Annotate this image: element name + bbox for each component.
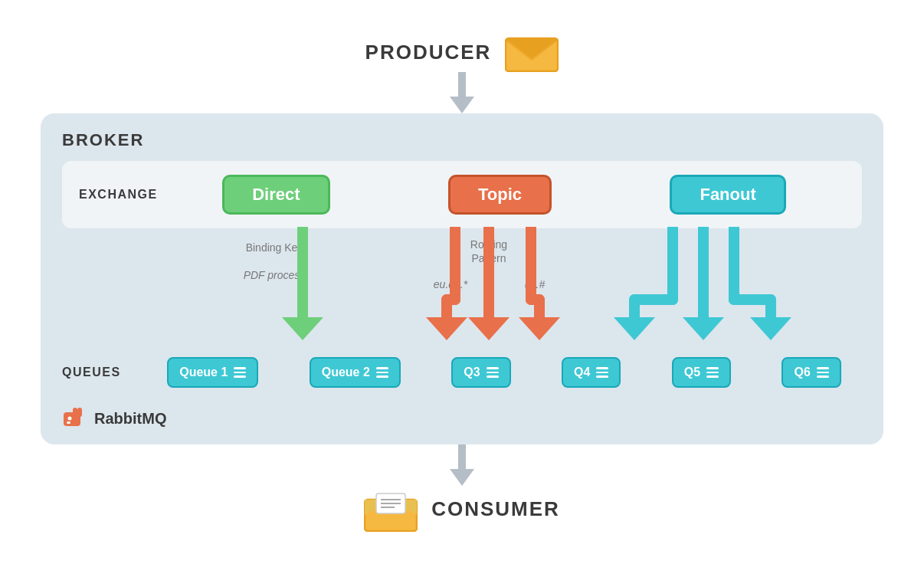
queue-5-label: Q5 — [684, 366, 700, 379]
producer-envelope-icon — [505, 32, 559, 72]
queue-6-label: Q6 — [794, 366, 810, 379]
queue-6-lines-icon — [817, 367, 829, 378]
svg-rect-35 — [67, 421, 70, 424]
queues-section-label: QUEUES — [62, 366, 146, 379]
broker-box: BROKER EXCHANGE Direct Topic Fanout Bind… — [41, 113, 883, 444]
consumer-section: CONSUMER — [364, 486, 560, 532]
svg-marker-14 — [426, 317, 467, 340]
broker-label: BROKER — [62, 130, 862, 150]
exchange-row: EXCHANGE Direct Topic Fanout — [62, 161, 862, 228]
queue-4-label: Q4 — [574, 366, 590, 379]
queue-1-button[interactable]: Queue 1 — [167, 357, 258, 388]
queue-4-button[interactable]: Q4 — [562, 357, 621, 388]
queue-3-label: Q3 — [464, 366, 480, 379]
queue-2-label: Queue 2 — [322, 366, 370, 379]
svg-text:PDF process: PDF process — [244, 269, 306, 281]
arrow-producer-to-broker — [450, 72, 474, 113]
producer-section: PRODUCER — [365, 32, 559, 72]
queue-3-button[interactable]: Q3 — [451, 357, 510, 388]
bindings-arrows-svg: Binding Key PDF process Routing Pattern … — [62, 227, 862, 357]
svg-marker-30 — [750, 317, 791, 340]
consumer-envelope-icon — [364, 486, 418, 532]
svg-marker-26 — [683, 317, 724, 340]
rabbitmq-footer: RabbitMQ — [62, 406, 862, 431]
queue-5-lines-icon — [706, 367, 719, 378]
queue-5-button[interactable]: Q5 — [672, 357, 731, 388]
queue-1-lines-icon — [234, 367, 246, 378]
exchange-buttons: Direct Topic Fanout — [163, 175, 845, 215]
producer-label: PRODUCER — [365, 41, 492, 64]
queue-2-button[interactable]: Queue 2 — [310, 357, 401, 388]
queues-row: QUEUES Queue 1 Queue 2 Q3 Q4 — [62, 357, 862, 395]
svg-rect-32 — [73, 408, 77, 417]
direct-exchange-button[interactable]: Direct — [222, 175, 329, 215]
exchange-section-label: EXCHANGE — [79, 188, 163, 202]
topic-exchange-button[interactable]: Topic — [448, 175, 552, 215]
svg-marker-16 — [468, 317, 510, 340]
rabbitmq-label: RabbitMQ — [94, 410, 166, 428]
queue-4-lines-icon — [596, 367, 608, 378]
consumer-label: CONSUMER — [431, 497, 560, 521]
queue-2-lines-icon — [376, 367, 388, 378]
svg-marker-6 — [282, 317, 323, 340]
queue-3-lines-icon — [487, 367, 499, 378]
queue-6-button[interactable]: Q6 — [781, 357, 840, 388]
arrow-broker-to-consumer — [450, 444, 474, 486]
svg-marker-24 — [614, 317, 655, 340]
svg-point-34 — [68, 417, 72, 421]
svg-marker-20 — [519, 317, 560, 340]
svg-rect-33 — [77, 408, 82, 417]
svg-text:Binding Key: Binding Key — [246, 241, 303, 254]
queue-1-label: Queue 1 — [179, 366, 228, 379]
queues-list: Queue 1 Queue 2 Q3 Q4 Q5 — [146, 357, 862, 388]
fanout-exchange-button[interactable]: Fanout — [670, 175, 785, 215]
rabbitmq-logo-icon — [62, 406, 87, 431]
